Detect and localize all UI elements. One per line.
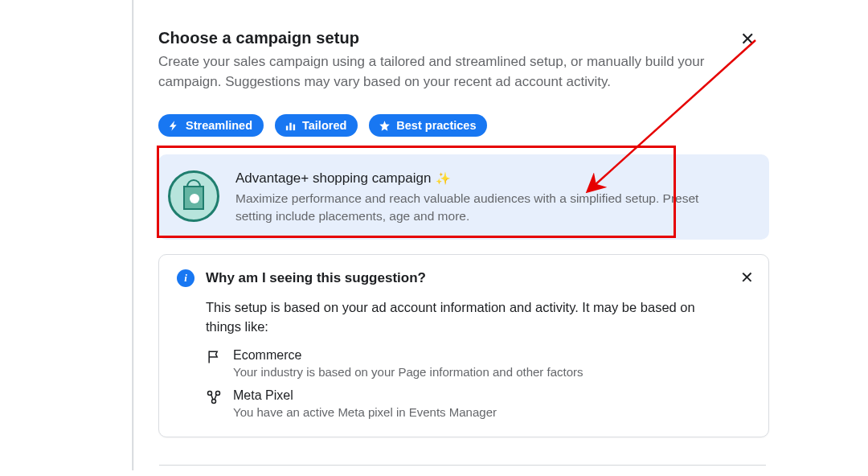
close-icon[interactable]: ✕ xyxy=(737,29,758,50)
shopping-bag-icon xyxy=(168,170,219,222)
reason-desc: You have an active Meta pixel in Events … xyxy=(233,405,497,419)
chip-label: Streamlined xyxy=(186,119,252,132)
chip-streamlined[interactable]: Streamlined xyxy=(158,114,264,137)
page-description: Create your sales campaign using a tailo… xyxy=(158,52,737,92)
chip-label: Best practices xyxy=(396,119,476,132)
svg-rect-1 xyxy=(289,123,292,130)
info-title: Why am I seeing this suggestion? xyxy=(206,270,426,286)
page-title: Choose a campaign setup xyxy=(158,29,737,47)
sparkle-icon: ✨ xyxy=(436,171,451,186)
info-body: This setup is based on your ad account i… xyxy=(206,298,728,337)
chip-label: Tailored xyxy=(302,119,346,132)
chip-tailored[interactable]: Tailored xyxy=(275,114,358,137)
bottom-divider xyxy=(159,465,766,466)
flag-icon xyxy=(206,349,222,365)
lightning-icon xyxy=(168,120,180,132)
reason-meta-pixel: Meta Pixel You have an active Meta pixel… xyxy=(206,388,751,419)
option-advantage-shopping[interactable]: Advantage+ shopping campaign ✨ Maximize … xyxy=(158,154,769,239)
reason-title: Ecommerce xyxy=(233,348,583,363)
reason-desc: Your industry is based on your Page info… xyxy=(233,365,583,379)
campaign-setup-panel: Choose a campaign setup Create your sale… xyxy=(133,0,777,476)
star-icon xyxy=(379,120,391,132)
option-description: Maximize performance and reach valuable … xyxy=(235,190,726,224)
svg-point-5 xyxy=(212,399,216,403)
svg-rect-2 xyxy=(293,124,296,130)
chip-best-practices[interactable]: Best practices xyxy=(369,114,487,137)
option-title: Advantage+ shopping campaign xyxy=(235,170,431,187)
reason-title: Meta Pixel xyxy=(233,388,497,403)
suggestion-info-card: i Why am I seeing this suggestion? ✕ Thi… xyxy=(158,254,769,437)
close-icon[interactable]: ✕ xyxy=(740,269,754,285)
bar-chart-icon xyxy=(285,120,297,132)
nodes-icon xyxy=(206,389,222,405)
svg-rect-0 xyxy=(286,125,289,130)
info-icon: i xyxy=(177,269,194,287)
reason-ecommerce: Ecommerce Your industry is based on your… xyxy=(206,348,751,379)
